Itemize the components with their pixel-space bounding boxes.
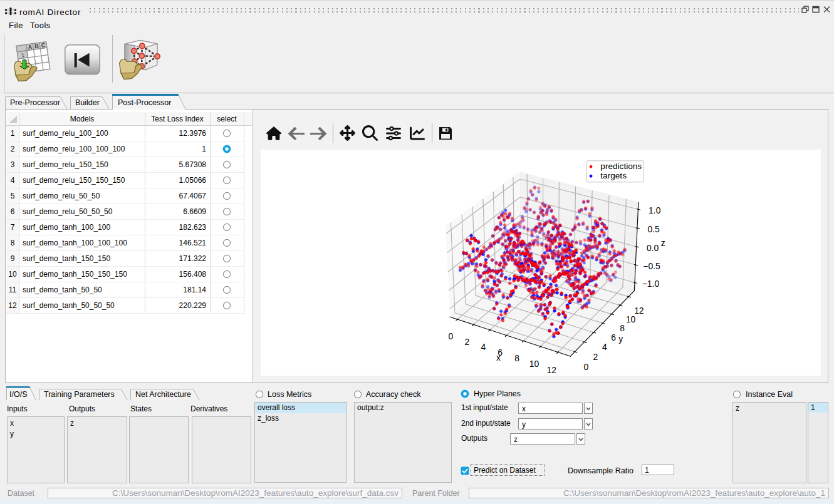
svg-text:y: y: [618, 334, 623, 344]
svg-text:I/O/S: I/O/S: [9, 390, 27, 399]
svg-text:z: z: [661, 238, 665, 248]
svg-text:0.0: 0.0: [647, 243, 659, 253]
svg-text:2: 2: [593, 352, 598, 362]
svg-text:6: 6: [611, 332, 616, 342]
svg-text:4: 4: [602, 342, 607, 352]
svg-text:predictions: predictions: [600, 162, 642, 171]
svg-text:0: 0: [583, 362, 588, 372]
svg-text:−0.5: −0.5: [643, 261, 660, 271]
svg-text:4: 4: [481, 342, 486, 352]
svg-text:10: 10: [626, 314, 636, 324]
svg-text:Training Parameters: Training Parameters: [44, 390, 115, 399]
svg-text:Post-Processor: Post-Processor: [118, 98, 171, 107]
svg-text:10: 10: [529, 359, 539, 369]
svg-text:8: 8: [514, 353, 519, 363]
svg-text:2: 2: [464, 337, 469, 347]
svg-text:x: x: [496, 352, 501, 363]
svg-text:targets: targets: [600, 171, 627, 180]
svg-text:0: 0: [449, 331, 454, 341]
svg-text:0.5: 0.5: [648, 224, 660, 234]
svg-text:12: 12: [547, 365, 557, 375]
svg-text:Net Architecture: Net Architecture: [135, 390, 191, 399]
svg-text:12: 12: [634, 306, 644, 316]
svg-text:Builder: Builder: [75, 98, 100, 107]
svg-text:−1.0: −1.0: [642, 279, 660, 289]
svg-text:8: 8: [620, 323, 625, 333]
svg-text:1.0: 1.0: [649, 205, 661, 215]
svg-text:Pre-Processor: Pre-Processor: [10, 98, 60, 107]
